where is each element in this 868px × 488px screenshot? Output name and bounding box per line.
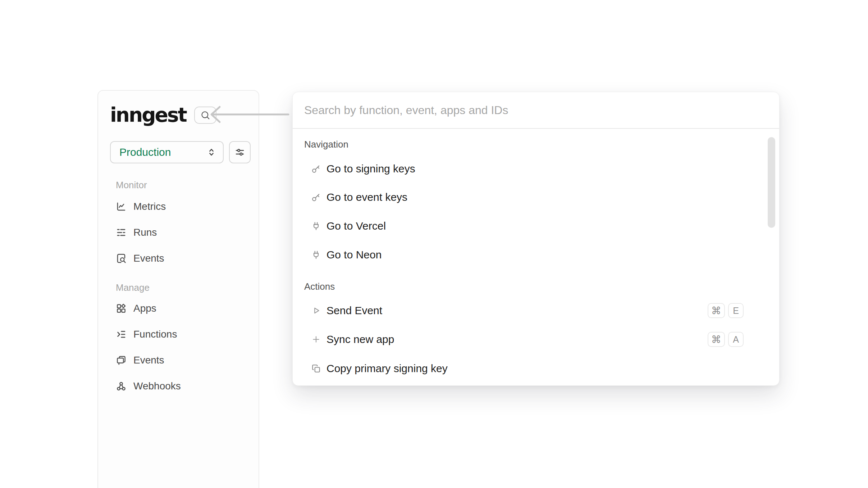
play-icon xyxy=(311,306,321,315)
command-palette-header xyxy=(293,92,779,129)
palette-item-label: Copy primary signing key xyxy=(326,362,448,375)
sidebar-item-label: Apps xyxy=(133,303,156,314)
environment-selector-value: Production xyxy=(119,146,171,158)
environment-selector[interactable]: Production xyxy=(110,141,224,163)
sidebar-section-label-manage: Manage xyxy=(116,282,150,293)
command-palette-search-input[interactable] xyxy=(293,92,779,128)
sidebar-item-runs[interactable]: Runs xyxy=(116,225,157,240)
sidebar-item-label: Functions xyxy=(133,329,177,340)
sidebar-item-label: Webhooks xyxy=(133,380,181,392)
cmd-key: ⌘ xyxy=(708,303,725,318)
environment-row: Production xyxy=(110,141,251,163)
functions-list-icon xyxy=(116,329,127,340)
runs-list-icon xyxy=(116,227,127,238)
palette-item-label: Sync new app xyxy=(326,333,394,345)
apps-grid-icon xyxy=(116,303,127,314)
chart-line-icon xyxy=(116,201,127,212)
cmd-key: ⌘ xyxy=(708,332,725,347)
shortcut-sync-new-app: ⌘ A xyxy=(708,332,744,347)
environment-filter-button[interactable] xyxy=(229,141,251,163)
sidebar-item-label: Runs xyxy=(133,227,157,238)
inngest-logo: inngest xyxy=(110,105,186,125)
sidebar-item-metrics[interactable]: Metrics xyxy=(116,199,166,214)
sidebar-item-functions[interactable]: Functions xyxy=(116,326,177,342)
group-label-navigation: Navigation xyxy=(304,139,348,150)
a-key: A xyxy=(728,332,744,347)
palette-item-label: Go to Vercel xyxy=(326,220,386,232)
sidebar-item-events-monitor[interactable]: Events xyxy=(116,250,164,266)
sidebar-item-events-manage[interactable]: Events xyxy=(116,352,164,368)
palette-item-go-to-event-keys[interactable]: Go to event keys xyxy=(293,188,760,207)
sidebar-item-webhooks[interactable]: Webhooks xyxy=(116,378,181,394)
palette-item-go-to-vercel[interactable]: Go to Vercel xyxy=(293,217,760,235)
filter-sliders-icon xyxy=(234,147,245,158)
sidebar-section-label-monitor: Monitor xyxy=(116,180,147,190)
key-icon xyxy=(311,164,321,173)
sidebar-item-label: Metrics xyxy=(133,201,166,212)
palette-item-label: Go to Neon xyxy=(326,249,382,261)
sidebar-header: inngest xyxy=(110,105,216,125)
e-key: E xyxy=(728,303,744,318)
plus-icon xyxy=(311,335,321,344)
palette-item-label: Go to event keys xyxy=(326,191,407,203)
events-windows-icon xyxy=(116,355,127,366)
copy-icon xyxy=(311,364,321,373)
key-icon xyxy=(311,193,321,202)
plug-icon xyxy=(311,221,321,231)
palette-item-go-to-signing-keys[interactable]: Go to signing keys xyxy=(293,159,760,178)
group-label-actions: Actions xyxy=(304,281,335,292)
palette-item-label: Go to signing keys xyxy=(326,163,415,175)
event-search-icon xyxy=(116,253,127,264)
sidebar-item-apps[interactable]: Apps xyxy=(116,301,156,316)
sidebar-item-label: Events xyxy=(133,354,164,366)
sidebar: inngest Production xyxy=(97,90,259,488)
chevrons-up-down-icon xyxy=(206,147,216,157)
palette-item-send-event[interactable]: Send Event ⌘ E xyxy=(293,301,760,320)
shortcut-send-event: ⌘ E xyxy=(708,303,744,318)
sidebar-item-label: Events xyxy=(133,253,164,264)
palette-item-label: Send Event xyxy=(326,304,382,317)
palette-item-copy-primary-signing-key[interactable]: Copy primary signing key xyxy=(293,359,760,378)
scrollbar-thumb[interactable] xyxy=(768,137,775,228)
webhook-icon xyxy=(116,381,127,392)
palette-item-sync-new-app[interactable]: Sync new app ⌘ A xyxy=(293,330,760,349)
plug-icon xyxy=(311,250,321,259)
command-palette: Navigation Go to signing keys Go to even… xyxy=(292,92,780,386)
search-callout-arrow-left-icon xyxy=(209,104,293,126)
palette-item-go-to-neon[interactable]: Go to Neon xyxy=(293,245,760,264)
